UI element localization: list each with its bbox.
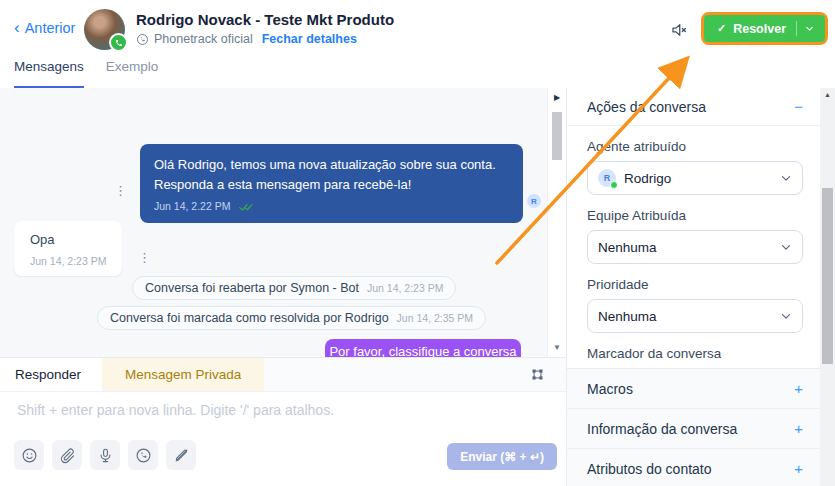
system-message-time: Jun 14, 2:35 PM [397, 312, 473, 324]
team-select-value: Nenhuma [598, 240, 657, 255]
contact-title-block: Rodrigo Novack - Teste Mkt Produto Phone… [136, 11, 394, 46]
system-message: Conversa foi marcada como resolvida por … [97, 306, 486, 330]
chevron-down-icon [779, 309, 793, 323]
conversation-actions-section[interactable]: Ações da conversa − [567, 88, 821, 126]
contact-message-text: Opa [30, 232, 106, 247]
chat-scrollbar-thumb[interactable] [552, 112, 562, 160]
chatwoot-conversation-window: ‹ Anterior Rodrigo Novack - Teste Mkt Pr… [0, 0, 835, 486]
section-informacao-da-conversa[interactable]: Informação da conversa + [567, 409, 821, 449]
send-button[interactable]: Enviar (⌘ + ↵) [447, 443, 557, 470]
emoji-button[interactable] [14, 440, 44, 470]
scroll-up-icon[interactable]: ▲ [824, 91, 831, 98]
resolve-button-highlight: ✓ Resolver [701, 12, 828, 45]
channel-name: Phonetrack oficial [154, 32, 253, 46]
chevron-down-icon[interactable] [804, 23, 815, 34]
team-select[interactable]: Nenhuma [587, 230, 803, 264]
online-status-dot [610, 181, 618, 189]
sidebar-collapsed-sections: Macros + Informação da conversa + Atribu… [567, 368, 821, 486]
team-label: Equipe Atribuída [587, 208, 803, 223]
button-divider [796, 21, 797, 36]
message-menu-icon[interactable]: ⋮ [138, 250, 151, 265]
back-label: Anterior [25, 20, 76, 36]
conversation-actions-body: Agente atribuído R Rodrigo Equipe Atribu… [567, 139, 821, 389]
section-label: Macros [587, 381, 633, 397]
conversation-sidebar: Ações da conversa − Agente atribuído R R… [566, 88, 821, 486]
system-message-text: Conversa foi reaberta por Symon - Bot [145, 281, 359, 295]
expand-icon[interactable]: + [794, 420, 803, 437]
agent-select[interactable]: R Rodrigo [587, 161, 803, 195]
scroll-down-icon[interactable]: ▼ [553, 343, 561, 352]
resolve-button[interactable]: ✓ Resolver [704, 15, 825, 42]
section-title: Ações da conversa [587, 99, 706, 115]
expand-icon[interactable]: + [794, 380, 803, 397]
chat-scrollbar[interactable]: ▶ ▼ [547, 88, 566, 357]
signature-button[interactable] [166, 440, 196, 470]
message-menu-icon[interactable]: ⋮ [114, 183, 127, 198]
resolve-label: Resolver [733, 22, 786, 36]
double-check-icon [239, 202, 255, 212]
tab-mensagem-privada[interactable]: Mensagem Privada [102, 358, 264, 391]
reply-composer: Responder Mensagem Privada En [0, 357, 566, 486]
agent-initial: R [604, 173, 611, 183]
conversation-title: Rodrigo Novack - Teste Mkt Produto [136, 11, 394, 28]
sidebar-scrollbar[interactable]: ▲ [820, 88, 835, 486]
check-icon: ✓ [717, 22, 726, 35]
message-list: ⋮ Olá Rodrigo, temos uma nova atualizaçã… [0, 88, 566, 357]
chevron-down-icon [779, 171, 793, 185]
microphone-button[interactable] [90, 440, 120, 470]
expand-editor-icon[interactable] [530, 367, 545, 382]
agent-label: Agente atribuído [587, 139, 803, 154]
system-message-time: Jun 14, 2:23 PM [367, 282, 443, 294]
collapse-icon[interactable]: − [794, 98, 803, 115]
tab-exemplo[interactable]: Exemplo [106, 59, 159, 88]
agent-message-text: Olá Rodrigo, temos uma nova atualização … [154, 157, 496, 192]
priority-select[interactable]: Nenhuma [587, 299, 803, 333]
system-message: Conversa foi reaberta por Symon - Bot Ju… [132, 276, 456, 300]
contact-avatar[interactable] [84, 9, 125, 50]
agent-message-bubble: Olá Rodrigo, temos uma nova atualização … [140, 144, 523, 223]
section-label: Informação da conversa [587, 421, 737, 437]
agent-message-time: Jun 14, 2.22 PM [154, 199, 230, 215]
section-atributos-do-contato[interactable]: Atributos do contato + [567, 449, 821, 486]
mute-icon[interactable] [670, 21, 688, 39]
back-button[interactable]: ‹ Anterior [14, 20, 75, 36]
conversation-header: ‹ Anterior Rodrigo Novack - Teste Mkt Pr… [0, 0, 835, 60]
agent-mini-avatar: R [527, 194, 541, 208]
contact-message-bubble: Opa Jun 14, 2:23 PM [14, 221, 122, 276]
whatsapp-badge-icon [109, 33, 128, 52]
section-macros[interactable]: Macros + [567, 369, 821, 409]
bot-message-bubble: Por favor, classifique a conversa [325, 339, 521, 357]
whatsapp-templates-button[interactable] [128, 440, 158, 470]
composer-tabs: Responder Mensagem Privada [0, 358, 566, 392]
composer-actions [14, 440, 196, 470]
chevron-down-icon [779, 240, 793, 254]
agent-avatar: R [598, 169, 616, 187]
attachment-button[interactable] [52, 440, 82, 470]
sidebar-scrollbar-thumb[interactable] [822, 188, 833, 364]
system-message-text: Conversa foi marcada como resolvida por … [110, 311, 389, 325]
section-label: Atributos do contato [587, 461, 712, 477]
priority-label: Prioridade [587, 277, 803, 292]
close-details-link[interactable]: Fechar detalhes [262, 32, 357, 46]
collapse-panel-icon[interactable]: ▶ [554, 93, 560, 102]
expand-icon[interactable]: + [794, 460, 803, 477]
labels-label: Marcador da conversa [587, 346, 803, 361]
tab-responder[interactable]: Responder [0, 358, 102, 391]
contact-message-time: Jun 14, 2:23 PM [30, 255, 106, 267]
priority-select-value: Nenhuma [598, 309, 657, 324]
back-chevron-icon: ‹ [14, 21, 20, 35]
whatsapp-channel-icon [136, 33, 149, 46]
agent-select-value: Rodrigo [624, 171, 671, 186]
tab-mensagens[interactable]: Mensagens [14, 59, 84, 88]
reply-input[interactable] [15, 400, 539, 436]
conversation-tabs: Mensagens Exemplo [0, 59, 158, 88]
